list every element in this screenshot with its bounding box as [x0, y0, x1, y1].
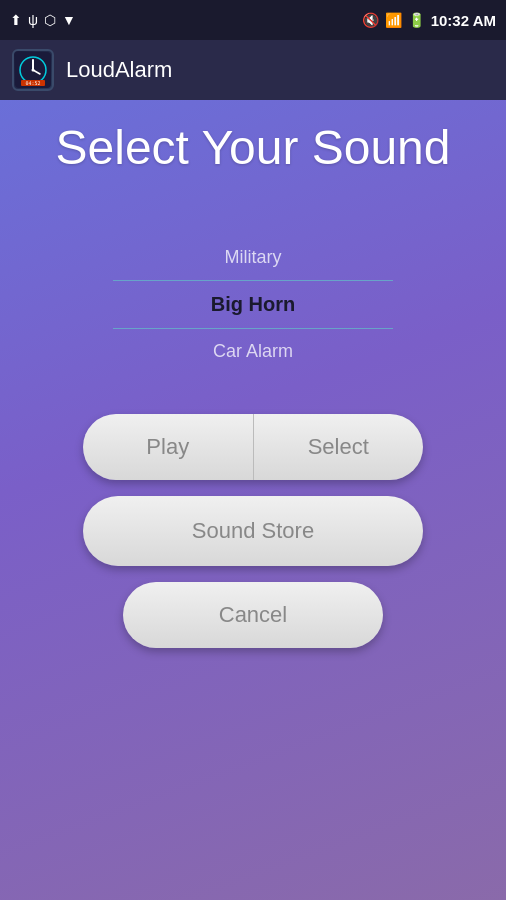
- sound-store-button[interactable]: Sound Store: [83, 496, 423, 566]
- app-icon: 04:52: [12, 49, 54, 91]
- play-button[interactable]: Play: [83, 414, 254, 480]
- status-time: 10:32 AM: [431, 12, 496, 29]
- upload-icon: ⬆: [10, 12, 22, 28]
- app-title: LoudAlarm: [66, 57, 172, 83]
- play-select-group: Play Select: [83, 414, 423, 480]
- page-title: Select Your Sound: [56, 120, 451, 175]
- app-bar: 04:52 LoudAlarm: [0, 40, 506, 100]
- status-icons-left: ⬆ ψ ⬡ ▼: [10, 12, 76, 28]
- volume-icon: 🔇: [362, 12, 379, 28]
- cancel-button[interactable]: Cancel: [123, 582, 383, 648]
- sound-option-military[interactable]: Military: [113, 235, 393, 280]
- main-content: Select Your Sound Military Big Horn Car …: [0, 100, 506, 900]
- status-icons-right: 🔇 📶 🔋 10:32 AM: [362, 12, 496, 29]
- sound-picker: Military Big Horn Car Alarm: [113, 235, 393, 374]
- sound-option-big-horn[interactable]: Big Horn: [113, 281, 393, 328]
- app-icon-small: ⬡: [44, 12, 56, 28]
- arrow-down-icon: ▼: [62, 12, 76, 28]
- usb-icon: ψ: [28, 12, 38, 28]
- status-bar: ⬆ ψ ⬡ ▼ 🔇 📶 🔋 10:32 AM: [0, 0, 506, 40]
- buttons-area: Play Select Sound Store Cancel: [83, 414, 423, 648]
- svg-text:04:52: 04:52: [25, 80, 40, 86]
- svg-point-4: [32, 69, 35, 72]
- wifi-icon: 📶: [385, 12, 402, 28]
- select-button[interactable]: Select: [254, 414, 424, 480]
- sound-option-car-alarm[interactable]: Car Alarm: [113, 329, 393, 374]
- battery-icon: 🔋: [408, 12, 425, 28]
